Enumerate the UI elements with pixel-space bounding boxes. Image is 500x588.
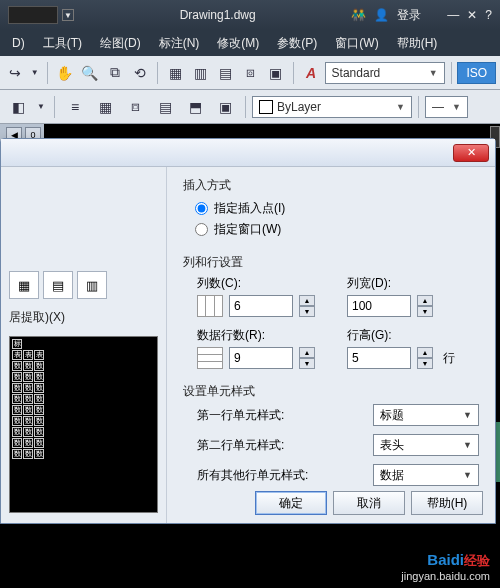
second-row-style-label: 第二行单元样式: [197, 437, 373, 454]
insert-point-label: 指定插入点(I) [214, 200, 285, 217]
tool-c-icon[interactable]: ▤ [214, 60, 237, 86]
menu-modify[interactable]: 修改(M) [209, 31, 267, 56]
table-preview: 标 表表表 数数数 数数数 数数数 数数数 数数数 数数数 数数数 数数数 数数… [9, 336, 158, 513]
props-b-icon[interactable]: ▼ [34, 94, 48, 120]
layer-e-icon[interactable]: ⬒ [181, 94, 209, 120]
data-extract-label[interactable]: 居提取)(X) [9, 309, 158, 326]
chevron-down-icon: ▼ [444, 102, 461, 112]
colwidth-input[interactable] [347, 295, 411, 317]
rowheight-input[interactable] [347, 347, 411, 369]
rowcol-group: 列和行设置 列数(C): ▲▼ 列宽(D): [183, 254, 479, 369]
colwidth-label: 列宽(D): [347, 275, 479, 292]
chevron-down-icon: ▼ [463, 470, 472, 480]
columns-label: 列数(C): [197, 275, 329, 292]
other-rows-style-value: 数据 [380, 467, 404, 484]
rowheight-unit: 行 [443, 350, 455, 367]
menu-window[interactable]: 窗口(W) [327, 31, 386, 56]
linew-select[interactable]: —▼ [425, 96, 468, 118]
dialog-buttons: 确定 取消 帮助(H) [255, 491, 483, 515]
menu-draw[interactable]: 绘图(D) [92, 31, 149, 56]
first-row-style-label: 第一行单元样式: [197, 407, 373, 424]
layer-value: ByLayer [277, 100, 321, 114]
pan-icon[interactable]: ✋ [53, 60, 76, 86]
ok-button[interactable]: 确定 [255, 491, 327, 515]
layer-swatch-icon [259, 100, 273, 114]
second-row-style-select[interactable]: 表头▼ [373, 434, 479, 456]
insert-window-radio-input[interactable] [195, 223, 208, 236]
insert-point-radio[interactable]: 指定插入点(I) [183, 198, 479, 219]
help-icon[interactable]: ? [485, 8, 492, 22]
layer-a-icon[interactable]: ≡ [61, 94, 89, 120]
wm-url: jingyan.baidu.com [401, 570, 490, 582]
colwidth-spinner[interactable]: ▲▼ [417, 295, 433, 317]
app-titlebar: ▼ Drawing1.dwg 👬 👤 登录 — ✕ ? [0, 0, 500, 30]
wm-a: Bai [427, 551, 450, 568]
tool-e-icon[interactable]: ▣ [264, 60, 287, 86]
dialog-close-button[interactable]: ✕ [453, 144, 489, 162]
other-rows-style-select[interactable]: 数据▼ [373, 464, 479, 486]
layer-d-icon[interactable]: ▤ [151, 94, 179, 120]
dialog-right-panel: 插入方式 指定插入点(I) 指定窗口(W) 列和行设置 列数(C): ▲▼ [167, 167, 495, 523]
layer-b-icon[interactable]: ▦ [91, 94, 119, 120]
style-option-a[interactable]: ▦ [9, 271, 39, 299]
props-a-icon[interactable]: ◧ [4, 94, 32, 120]
redo-dropdown-icon[interactable]: ▼ [29, 60, 41, 86]
insert-table-dialog: ✕ ▦ ▤ ▥ 居提取)(X) 标 表表表 数数数 数数数 数数数 数数数 数数… [0, 138, 496, 524]
wm-b: di [451, 551, 464, 568]
style-option-c[interactable]: ▥ [77, 271, 107, 299]
redo-icon[interactable]: ↪ [4, 60, 27, 86]
rowheight-spinner[interactable]: ▲▼ [417, 347, 433, 369]
insert-mode-group: 插入方式 指定插入点(I) 指定窗口(W) [183, 177, 479, 240]
iso-tag[interactable]: ISO [457, 62, 496, 84]
first-row-style-select[interactable]: 标题▼ [373, 404, 479, 426]
insert-window-radio[interactable]: 指定窗口(W) [183, 219, 479, 240]
other-rows-style-label: 所有其他行单元样式: [197, 467, 373, 484]
zoom-prev-icon[interactable]: ⟲ [128, 60, 151, 86]
binoculars-icon[interactable]: 👬 [351, 8, 366, 22]
layer-select[interactable]: ByLayer ▼ [252, 96, 412, 118]
columns-spinner[interactable]: ▲▼ [299, 295, 315, 317]
menu-tools[interactable]: 工具(T) [35, 31, 90, 56]
color-dropdown-icon[interactable]: ▼ [62, 9, 74, 21]
datarows-spinner[interactable]: ▲▼ [299, 347, 315, 369]
document-name: Drawing1.dwg [84, 8, 351, 22]
layer-c-icon[interactable]: ⧈ [121, 94, 149, 120]
help-button[interactable]: 帮助(H) [411, 491, 483, 515]
login-link[interactable]: 登录 [397, 7, 421, 24]
text-style-icon[interactable]: A [300, 60, 323, 86]
chevron-down-icon: ▼ [463, 440, 472, 450]
columns-input[interactable] [229, 295, 293, 317]
menu-d[interactable]: D) [4, 32, 33, 54]
text-style-select[interactable]: Standard▼ [325, 62, 445, 84]
chevron-down-icon: ▼ [463, 410, 472, 420]
chevron-down-icon: ▼ [388, 102, 405, 112]
menu-help[interactable]: 帮助(H) [389, 31, 446, 56]
styles-title: 设置单元样式 [183, 383, 479, 400]
tool-b-icon[interactable]: ▥ [189, 60, 212, 86]
second-row-style-value: 表头 [380, 437, 404, 454]
zoom-window-icon[interactable]: ⧉ [103, 60, 126, 86]
toolbar-row-1: ↪ ▼ ✋ 🔍 ⧉ ⟲ ▦ ▥ ▤ ⧇ ▣ A Standard▼ ISO [0, 56, 500, 90]
first-row-style-value: 标题 [380, 407, 404, 424]
color-selector[interactable] [8, 6, 58, 24]
zoom-rt-icon[interactable]: 🔍 [78, 60, 101, 86]
close-x-icon[interactable]: ✕ [467, 8, 477, 22]
rows-icon [197, 347, 223, 369]
menu-bar: D) 工具(T) 绘图(D) 标注(N) 修改(M) 参数(P) 窗口(W) 帮… [0, 30, 500, 56]
menu-annotate[interactable]: 标注(N) [151, 31, 208, 56]
tool-a-icon[interactable]: ▦ [164, 60, 187, 86]
toolbar-row-2: ◧ ▼ ≡ ▦ ⧈ ▤ ⬒ ▣ ByLayer ▼ —▼ [0, 90, 500, 124]
insert-point-radio-input[interactable] [195, 202, 208, 215]
style-option-b[interactable]: ▤ [43, 271, 73, 299]
menu-params[interactable]: 参数(P) [269, 31, 325, 56]
layer-f-icon[interactable]: ▣ [211, 94, 239, 120]
watermark: Baidi经验 jingyan.baidu.com [401, 551, 490, 582]
minimize-icon[interactable]: — [447, 8, 459, 22]
tool-d-icon[interactable]: ⧇ [239, 60, 262, 86]
person-icon[interactable]: 👤 [374, 8, 389, 22]
datarows-input[interactable] [229, 347, 293, 369]
cancel-button[interactable]: 取消 [333, 491, 405, 515]
dialog-titlebar: ✕ [1, 139, 495, 167]
insert-window-label: 指定窗口(W) [214, 221, 281, 238]
datarows-label: 数据行数(R): [197, 327, 329, 344]
